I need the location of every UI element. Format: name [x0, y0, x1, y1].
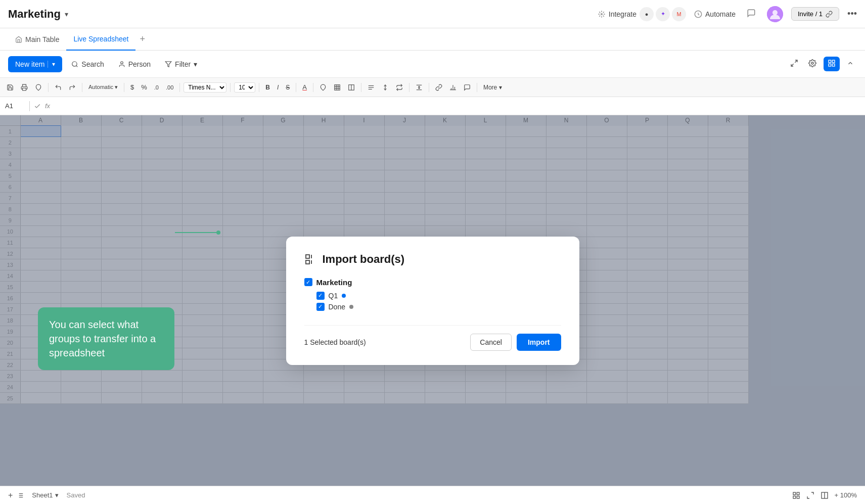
toolbar-divider-1 [48, 83, 49, 92]
formula-divider [29, 101, 30, 111]
done-dot [349, 305, 353, 309]
q1-dot [342, 294, 346, 298]
merge-icon [348, 84, 355, 91]
paint-icon [35, 84, 42, 91]
more-options-button[interactable]: ••• [847, 9, 857, 19]
font-family-select[interactable]: Times N... [184, 82, 226, 93]
invite-button[interactable]: Invite / 1 [791, 7, 839, 21]
svg-rect-48 [793, 496, 796, 498]
add-sheet-button[interactable]: + [8, 491, 13, 500]
bottom-bar: + Sheet1 ▾ Saved + 100% [0, 486, 865, 504]
percent-button[interactable]: % [139, 82, 150, 92]
new-item-label: New item [15, 60, 44, 68]
sheet1-chevron: ▾ [55, 491, 59, 499]
bottom-left: + Sheet1 ▾ Saved [8, 489, 85, 501]
italic-button[interactable]: I [275, 83, 281, 92]
fill-color-button[interactable] [317, 83, 329, 92]
import-button[interactable]: Import [517, 334, 561, 351]
new-item-button[interactable]: New item ▾ [8, 56, 62, 72]
new-item-dropdown-arrow[interactable]: ▾ [48, 61, 55, 68]
increase-decimal-button[interactable]: .00 [163, 83, 176, 91]
grid-view-button[interactable] [824, 57, 840, 71]
toolbar-divider-10 [409, 83, 409, 92]
search-button[interactable]: Search [66, 57, 109, 71]
filter-chevron: ▾ [194, 60, 197, 68]
table-icon [304, 253, 316, 265]
undo-button[interactable] [52, 83, 64, 92]
toolbar-divider-6 [259, 83, 259, 92]
spreadsheet-toolbar: Automatic ▾ $ % .0 .00 Times N... 10 B I… [0, 78, 865, 97]
link-button[interactable] [433, 83, 445, 92]
chart-button[interactable] [447, 83, 459, 92]
q1-checkbox[interactable] [316, 292, 325, 300]
zoom-level[interactable]: + 100% [835, 491, 857, 499]
format-painter-button[interactable] [32, 83, 44, 92]
settings-button[interactable] [805, 56, 820, 72]
tab-live-spreadsheet-label: Live Spreadsheet [73, 35, 128, 43]
formula-input[interactable] [54, 102, 860, 110]
row-height-button[interactable] [413, 83, 425, 92]
svg-rect-47 [797, 492, 799, 495]
filter-button[interactable]: Filter ▾ [160, 57, 202, 71]
grid-icon [828, 59, 836, 67]
person-button[interactable]: Person [113, 57, 156, 71]
align-button[interactable] [365, 83, 377, 92]
avatar[interactable] [767, 6, 783, 22]
done-label: Done [329, 303, 345, 311]
done-checkbox[interactable] [316, 303, 325, 311]
svg-line-9 [791, 64, 794, 66]
bold-button[interactable]: B [263, 83, 272, 92]
valign-button[interactable] [379, 83, 391, 92]
toolbar-divider-2 [82, 83, 82, 92]
more-tools-button[interactable]: More ▾ [481, 83, 505, 92]
message-button[interactable] [744, 6, 759, 23]
sheet1-tab[interactable]: Sheet1 ▾ [28, 489, 62, 501]
save-icon [7, 84, 14, 91]
integrate-button[interactable]: Integrate ● ✦ M [598, 7, 686, 21]
saved-label: Saved [67, 491, 85, 499]
collapse-button[interactable] [844, 57, 857, 71]
grid-view-icon [792, 491, 800, 499]
font-size-select[interactable]: 10 [234, 82, 255, 93]
bottom-right: + 100% [792, 491, 857, 499]
svg-line-8 [795, 60, 797, 63]
marketing-checkbox[interactable] [304, 278, 312, 286]
content-area: A B C D E F G H I J K L M N O [0, 115, 865, 486]
tab-main-table[interactable]: Main Table [8, 28, 66, 51]
add-tab-button[interactable]: + [135, 34, 149, 44]
board-name: Marketing [316, 278, 352, 287]
svg-line-5 [76, 65, 78, 67]
tab-live-spreadsheet[interactable]: Live Spreadsheet [66, 28, 135, 51]
toolbar-right [787, 56, 857, 72]
auto-format-button[interactable]: Automatic ▾ [86, 83, 120, 91]
borders-button[interactable] [331, 83, 343, 92]
merge-cells-button[interactable] [345, 83, 357, 92]
fullscreen-button[interactable] [787, 56, 801, 72]
decrease-decimal-button[interactable]: .0 [152, 83, 161, 91]
cancel-button[interactable]: Cancel [470, 334, 512, 351]
redo-button[interactable] [66, 83, 78, 92]
wrap-icon [396, 84, 403, 91]
cell-reference[interactable]: A1 [5, 102, 25, 110]
strikethrough-button[interactable]: S [283, 83, 292, 92]
automate-icon [694, 10, 702, 18]
svg-rect-36 [306, 255, 309, 258]
svg-rect-16 [335, 84, 340, 90]
print-button[interactable] [18, 83, 30, 92]
invite-label: Invite / 1 [798, 10, 823, 18]
dialog-footer: 1 Selected board(s) Cancel Import [304, 325, 561, 351]
chart-icon [449, 84, 457, 91]
wrap-button[interactable] [393, 83, 405, 92]
undo-save-button[interactable] [4, 83, 16, 92]
svg-rect-49 [797, 496, 799, 498]
toolbar-divider-12 [477, 83, 477, 92]
font-color-button[interactable]: A [300, 82, 309, 92]
automate-button[interactable]: Automate [694, 10, 736, 18]
link-icon [826, 11, 833, 18]
chevron-down-icon[interactable]: ▾ [65, 10, 68, 18]
comment-button[interactable] [461, 83, 473, 92]
currency-button[interactable]: $ [128, 82, 136, 92]
redo-icon [69, 84, 76, 91]
fullscreen-icon [790, 59, 798, 67]
columns-icon [821, 491, 829, 499]
